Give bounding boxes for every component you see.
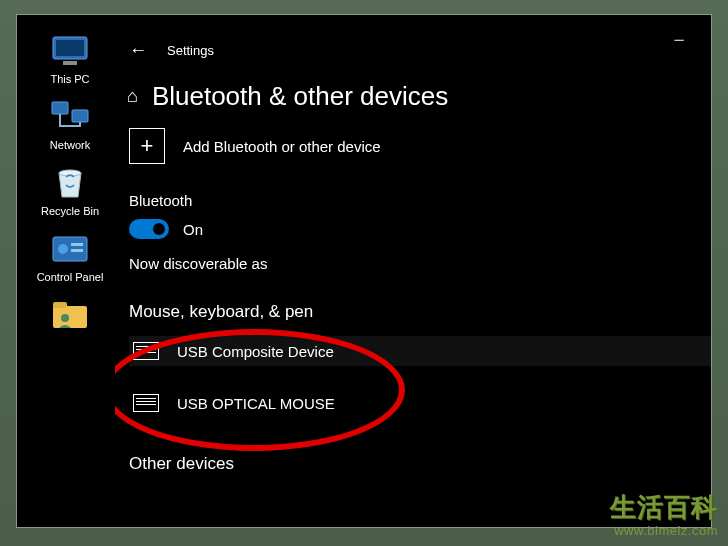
svg-rect-10 [53, 306, 87, 328]
svg-rect-4 [72, 110, 88, 122]
bluetooth-toggle-row: On [129, 219, 711, 239]
desktop-icon-recycle-bin[interactable]: Recycle Bin [25, 165, 115, 217]
home-icon[interactable]: ⌂ [127, 86, 138, 107]
svg-rect-3 [52, 102, 68, 114]
bluetooth-toggle[interactable] [129, 219, 169, 239]
desktop-icon-control-panel[interactable]: Control Panel [25, 231, 115, 283]
keyboard-icon [133, 342, 159, 360]
user-folder-icon [50, 297, 90, 333]
desktop-icon-this-pc[interactable]: This PC [25, 33, 115, 85]
desktop-icon-user[interactable] [25, 297, 115, 333]
desktop-icon-label: Recycle Bin [25, 205, 115, 217]
desktop-icon-label: Network [25, 139, 115, 151]
category-other-devices: Other devices [129, 454, 711, 474]
photo-frame: This PC Network [0, 0, 728, 546]
discoverable-text: Now discoverable as [129, 255, 711, 272]
screen-border: This PC Network [16, 14, 712, 528]
svg-rect-1 [56, 40, 84, 56]
device-row[interactable]: USB OPTICAL MOUSE [129, 388, 711, 418]
category-mouse-keyboard-pen: Mouse, keyboard, & pen [129, 302, 711, 322]
svg-point-12 [61, 314, 69, 322]
maximize-button[interactable] [701, 23, 711, 55]
minimize-button[interactable]: ─ [657, 23, 701, 55]
device-name: USB Composite Device [177, 343, 334, 360]
settings-window: ─ ← Settings ⌂ Bluetooth & other devices… [115, 23, 711, 527]
svg-rect-11 [53, 302, 67, 308]
page-header: ⌂ Bluetooth & other devices [115, 69, 711, 118]
desktop: This PC Network [25, 23, 115, 527]
page-title: Bluetooth & other devices [152, 81, 448, 112]
this-pc-icon [50, 33, 90, 69]
svg-point-7 [58, 244, 68, 254]
keyboard-icon [133, 394, 159, 412]
network-icon [50, 99, 90, 135]
desktop-icon-label: This PC [25, 73, 115, 85]
control-panel-icon [50, 231, 90, 267]
svg-rect-9 [71, 249, 83, 252]
device-name: USB OPTICAL MOUSE [177, 395, 335, 412]
titlebar: ← Settings [115, 31, 711, 69]
app-title: Settings [167, 43, 214, 58]
desktop-icon-network[interactable]: Network [25, 99, 115, 151]
recycle-bin-icon [50, 165, 90, 201]
add-device-label: Add Bluetooth or other device [183, 138, 381, 155]
add-device-button[interactable]: + Add Bluetooth or other device [129, 128, 711, 164]
bluetooth-toggle-state: On [183, 221, 203, 238]
window-controls: ─ [657, 23, 711, 55]
plus-icon: + [129, 128, 165, 164]
device-row[interactable]: USB Composite Device [129, 336, 711, 366]
desktop-icon-label: Control Panel [25, 271, 115, 283]
back-button[interactable]: ← [129, 40, 159, 61]
bluetooth-label: Bluetooth [129, 192, 711, 209]
svg-rect-2 [63, 61, 77, 65]
svg-rect-8 [71, 243, 83, 246]
settings-content: + Add Bluetooth or other device Bluetoot… [115, 128, 711, 474]
screen: This PC Network [25, 23, 711, 527]
